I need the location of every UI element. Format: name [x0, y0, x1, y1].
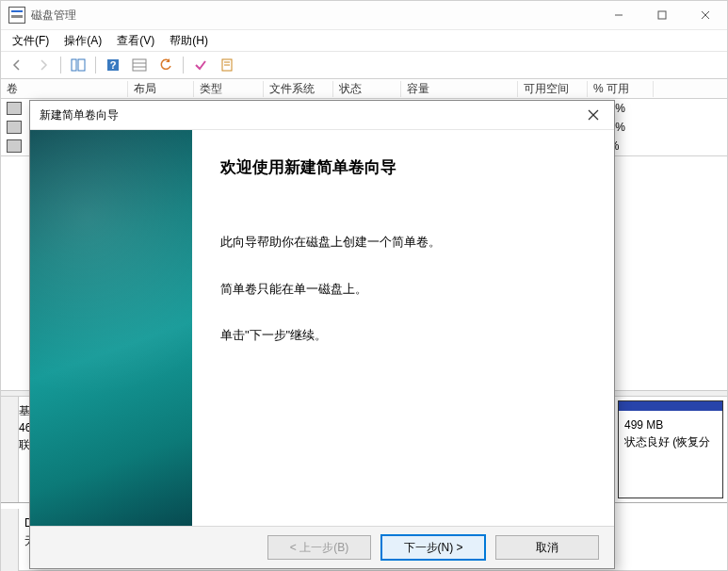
help-icon[interactable]: ? [101, 54, 125, 76]
panes-icon[interactable] [66, 54, 90, 76]
app-icon [8, 7, 25, 24]
next-button[interactable]: 下一步(N) > [380, 534, 486, 561]
wizard-heading: 欢迎使用新建简单卷向导 [220, 156, 597, 178]
list-icon[interactable] [127, 54, 152, 76]
volume-icon [7, 139, 22, 153]
col-capacity[interactable]: 容量 [401, 81, 518, 97]
disk-management-window: 磁盘管理 文件(F) 操作(A) 查看(V) 帮助(H) ? [0, 0, 728, 571]
disk-line: 基 [19, 402, 28, 419]
svg-text:?: ? [110, 59, 117, 71]
col-volume[interactable]: 卷 [1, 81, 128, 97]
refresh-icon[interactable] [154, 54, 178, 76]
back-button: < 上一步(B) [267, 535, 371, 560]
volume-icon [7, 121, 22, 134]
toolbar: ? [1, 52, 727, 79]
wizard-text: 简单卷只能在单一磁盘上。 [220, 280, 597, 299]
disk-line: 联 [19, 436, 28, 453]
back-button[interactable] [5, 54, 29, 76]
check-icon[interactable] [188, 54, 213, 76]
svg-rect-1 [658, 11, 666, 19]
menu-file[interactable]: 文件(F) [5, 31, 57, 51]
dialog-titlebar: 新建简单卷向导 [30, 101, 614, 130]
menubar: 文件(F) 操作(A) 查看(V) 帮助(H) [1, 30, 727, 52]
partition-box[interactable]: 499 MB 状态良好 (恢复分 [618, 400, 723, 498]
svg-rect-4 [72, 59, 76, 71]
wizard-button-row: < 上一步(B) 下一步(N) > 取消 [30, 526, 614, 568]
wizard-sidebar-graphic [30, 130, 192, 526]
properties-icon[interactable] [215, 54, 239, 76]
partition-state: 状态良好 (恢复分 [624, 433, 717, 450]
minimize-button[interactable] [597, 1, 640, 29]
wizard-text: 此向导帮助你在磁盘上创建一个简单卷。 [220, 233, 597, 252]
col-filesystem[interactable]: 文件系统 [264, 81, 333, 97]
col-type[interactable]: 类型 [194, 81, 264, 97]
dialog-close-button[interactable] [578, 104, 608, 126]
svg-rect-8 [133, 59, 146, 71]
svg-rect-5 [78, 59, 85, 71]
dialog-title: 新建简单卷向导 [40, 107, 119, 123]
menu-action[interactable]: 操作(A) [57, 31, 109, 51]
col-freespace[interactable]: 可用空间 [518, 81, 588, 97]
wizard-text: 单击"下一步"继续。 [220, 326, 597, 345]
partition-size: 499 MB [624, 416, 717, 433]
window-title: 磁盘管理 [31, 8, 76, 24]
wizard-content: 欢迎使用新建简单卷向导 此向导帮助你在磁盘上创建一个简单卷。 简单卷只能在单一磁… [192, 130, 614, 526]
new-simple-volume-wizard: 新建简单卷向导 欢迎使用新建简单卷向导 此向导帮助你在磁盘上创建一个简单卷。 简… [29, 100, 615, 569]
titlebar: 磁盘管理 [1, 1, 727, 30]
menu-view[interactable]: 查看(V) [109, 31, 162, 51]
disk-line: 46 [19, 419, 28, 436]
menu-help[interactable]: 帮助(H) [162, 31, 216, 51]
volume-icon [7, 102, 22, 115]
maximize-button[interactable] [640, 1, 684, 29]
col-pctfree[interactable]: % 可用 [588, 81, 654, 97]
forward-button[interactable] [31, 54, 56, 76]
cancel-button[interactable]: 取消 [495, 535, 599, 560]
close-button[interactable] [684, 1, 727, 29]
volume-table-header: 卷 布局 类型 文件系统 状态 容量 可用空间 % 可用 [1, 79, 727, 99]
disk-info: 基 46 联 [19, 397, 28, 502]
col-state[interactable]: 状态 [333, 81, 401, 97]
col-layout[interactable]: 布局 [128, 81, 194, 97]
